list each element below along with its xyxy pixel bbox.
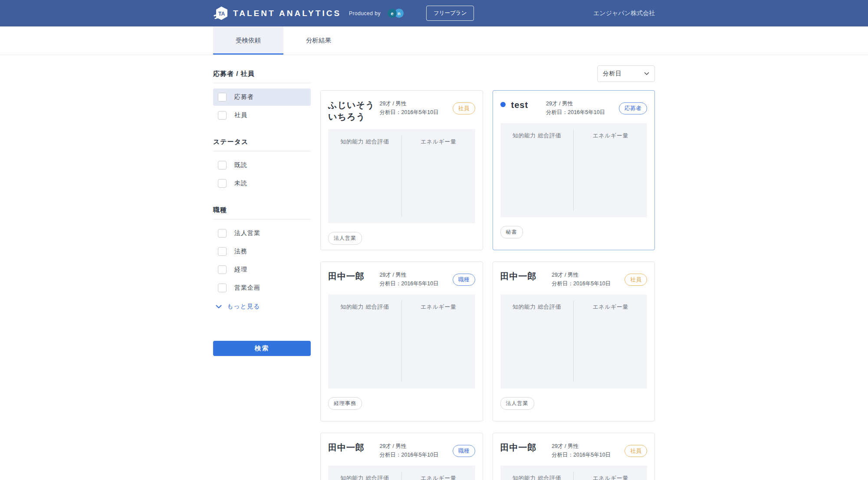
candidate-name: 田中一郎 (500, 442, 552, 454)
job-tag: 法人営業 (500, 397, 534, 410)
candidate-analysis-date: 分析日：2016年5年10日 (552, 451, 620, 459)
free-plan-button[interactable]: フリープラン (426, 6, 474, 21)
checkbox[interactable] (218, 265, 227, 274)
tab-exam-requests[interactable]: 受検依頼 (213, 26, 283, 55)
candidate-name: ふじいそういちろう (328, 99, 380, 123)
filter-option[interactable]: 既読 (213, 157, 311, 174)
intelligence-chart-area: 知的能力 総合評価 (500, 123, 574, 217)
candidate-meta: 29才 / 男性 分析日：2016年5年10日 (552, 442, 620, 459)
intelligence-chart-label: 知的能力 総合評価 (513, 303, 561, 389)
card-header: ふじいそういちろう 29才 / 男性 分析日：2016年5年10日 社員 (328, 99, 475, 123)
company-name: エンジャパン株式会社 (593, 10, 655, 17)
brand-area: TA TALENT ANALYTICS Produced by e n フリープ… (213, 6, 474, 21)
intelligence-chart-area: 知的能力 総合評価 (328, 294, 401, 389)
candidate-meta: 29才 / 男性 分析日：2016年5年10日 (380, 99, 448, 117)
candidate-card[interactable]: ふじいそういちろう 29才 / 男性 分析日：2016年5年10日 社員 知的能… (320, 90, 483, 250)
filter-option-label: 法人営業 (234, 229, 260, 237)
candidate-card[interactable]: 田中一郎 29才 / 男性 分析日：2016年5年10日 社員 知的能力 総合評… (493, 261, 655, 421)
checkbox[interactable] (218, 161, 227, 170)
energy-chart-area: エネルギー量 (574, 294, 647, 389)
intelligence-chart-area: 知的能力 総合評価 (500, 294, 574, 389)
filter-option[interactable]: 経理 (213, 261, 311, 278)
candidate-analysis-date: 分析日：2016年5年10日 (380, 279, 448, 288)
filter-option-label: 社員 (234, 111, 247, 119)
search-button[interactable]: 検索 (213, 341, 311, 356)
candidate-age-gender: 29才 / 男性 (552, 442, 620, 451)
energy-chart-label: エネルギー量 (593, 474, 628, 480)
tag-list: 法人営業 (328, 232, 475, 245)
candidate-card[interactable]: 田中一郎 29才 / 男性 分析日：2016年5年10日 職種 知的能力 総合評… (320, 433, 483, 480)
filter-option[interactable]: 未読 (213, 175, 311, 192)
filter-option[interactable]: 法務 (213, 243, 311, 260)
results-area: 分析日 ふじいそういちろう 29才 / 男性 分析日：2016年5年10日 社員… (320, 55, 655, 480)
filter-option-label: 未読 (234, 180, 247, 187)
energy-chart-label: エネルギー量 (421, 138, 456, 223)
filter-section: 職種 法人営業 法務 経理 営業企画 もっと見る (213, 206, 311, 310)
svg-text:TA: TA (218, 10, 225, 16)
chart-placeholder: 知的能力 総合評価 エネルギー量 (500, 123, 648, 217)
filter-option[interactable]: 法人営業 (213, 225, 311, 242)
candidate-age-gender: 29才 / 男性 (380, 99, 448, 108)
chart-placeholder: 知的能力 総合評価 エネルギー量 (328, 294, 475, 389)
energy-chart-area: エネルギー量 (402, 294, 475, 389)
job-tag: 秘書 (500, 226, 523, 238)
checkbox[interactable] (218, 93, 227, 101)
candidate-card[interactable]: 田中一郎 29才 / 男性 分析日：2016年5年10日 職種 知的能力 総合評… (320, 261, 483, 421)
candidate-age-gender: 29才 / 男性 (552, 271, 620, 279)
checkbox[interactable] (218, 284, 227, 292)
sort-select-value: 分析日 (603, 70, 622, 78)
unread-dot (500, 102, 506, 107)
app-header: TA TALENT ANALYTICS Produced by e n フリープ… (0, 0, 868, 26)
tab-analysis-results[interactable]: 分析結果 (283, 26, 354, 55)
produced-by-label: Produced by (349, 10, 381, 16)
candidate-meta: 29才 / 男性 分析日：2016年5年10日 (380, 442, 448, 459)
energy-chart-area: エネルギー量 (574, 123, 647, 217)
intelligence-chart-label: 知的能力 総合評価 (513, 474, 561, 480)
intelligence-chart-label: 知的能力 総合評価 (340, 303, 389, 389)
intelligence-chart-label: 知的能力 総合評価 (340, 474, 389, 480)
candidate-name: 田中一郎 (500, 271, 552, 282)
candidate-card[interactable]: 田中一郎 29才 / 男性 分析日：2016年5年10日 社員 知的能力 総合評… (493, 433, 655, 480)
candidate-card-grid: ふじいそういちろう 29才 / 男性 分析日：2016年5年10日 社員 知的能… (320, 90, 655, 480)
chart-placeholder: 知的能力 総合評価 エネルギー量 (328, 466, 475, 480)
job-tag: 法人営業 (328, 232, 362, 245)
show-more-link[interactable]: もっと見る (216, 303, 311, 310)
candidate-card[interactable]: test 29才 / 男性 分析日：2016年5年10日 応募者 知的能力 総合… (493, 90, 655, 250)
talent-analytics-logo-icon: TA (213, 6, 229, 21)
chart-placeholder: 知的能力 総合評価 エネルギー量 (500, 294, 648, 389)
show-more-label: もっと見る (227, 303, 260, 310)
chart-placeholder: 知的能力 総合評価 エネルギー量 (500, 466, 648, 480)
checkbox[interactable] (218, 247, 227, 256)
candidate-type-badge: 職種 (453, 274, 475, 286)
candidate-name: 田中一郎 (328, 271, 380, 282)
candidate-name: test (500, 99, 546, 111)
chevron-down-icon (216, 305, 222, 309)
divider (213, 151, 311, 151)
intelligence-chart-label: 知的能力 総合評価 (340, 138, 389, 223)
candidate-type-badge: 社員 (625, 274, 647, 286)
filter-option-label: 法務 (234, 248, 247, 255)
candidate-analysis-date: 分析日：2016年5年10日 (546, 108, 615, 117)
filter-option[interactable]: 応募者 (213, 88, 311, 106)
checkbox[interactable] (218, 229, 227, 238)
card-header: test 29才 / 男性 分析日：2016年5年10日 応募者 (500, 99, 648, 117)
filter-section: ステータス 既読 未読 (213, 138, 311, 192)
candidate-type-badge: 社員 (625, 445, 647, 457)
filter-option[interactable]: 社員 (213, 107, 311, 124)
filter-section-title: ステータス (213, 138, 311, 146)
intelligence-chart-label: 知的能力 総合評価 (513, 132, 561, 217)
job-tag: 経理事務 (328, 397, 362, 410)
brand-title: TALENT ANALYTICS (233, 9, 341, 18)
energy-chart-area: エネルギー量 (402, 466, 475, 480)
energy-chart-label: エネルギー量 (593, 132, 628, 217)
checkbox[interactable] (218, 179, 227, 188)
energy-chart-label: エネルギー量 (593, 303, 628, 389)
tag-list: 経理事務 (328, 397, 475, 410)
filter-option[interactable]: 営業企画 (213, 279, 311, 297)
sort-select[interactable]: 分析日 (597, 65, 655, 82)
checkbox[interactable] (218, 111, 227, 120)
energy-chart-area: エネルギー量 (574, 466, 647, 480)
candidate-meta: 29才 / 男性 分析日：2016年5年10日 (552, 271, 620, 288)
card-header: 田中一郎 29才 / 男性 分析日：2016年5年10日 社員 (500, 271, 648, 288)
tag-list: 法人営業 (500, 397, 648, 410)
